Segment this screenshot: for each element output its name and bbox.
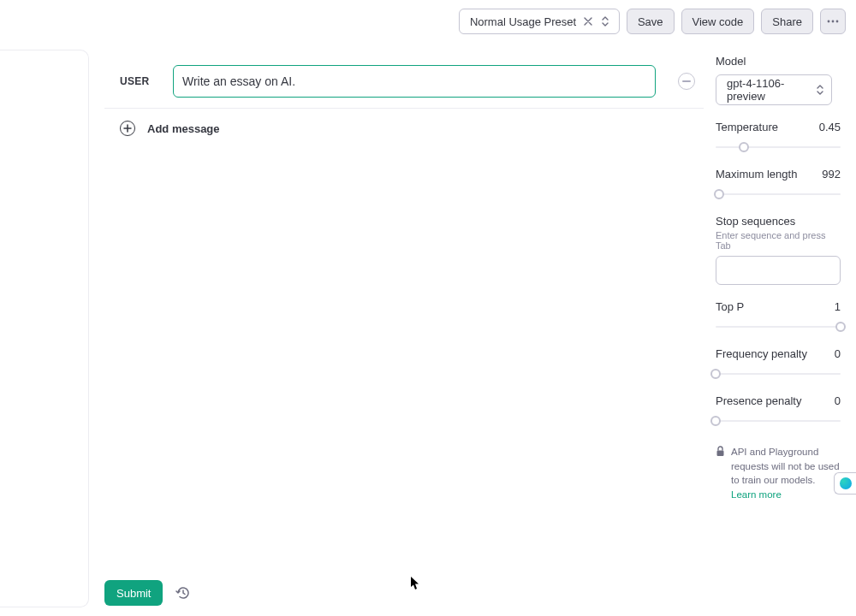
- footer-bar: Submit: [104, 580, 192, 606]
- slider-thumb[interactable]: [710, 416, 721, 426]
- topp-label: Top P: [716, 300, 744, 313]
- system-panel: [0, 50, 89, 607]
- maxlen-value: 992: [822, 168, 841, 181]
- temperature-label: Temperature: [716, 121, 778, 133]
- add-message-label: Add message: [147, 122, 220, 135]
- slider-thumb[interactable]: [835, 322, 846, 332]
- svg-rect-3: [682, 80, 691, 82]
- topp-value: 1: [835, 300, 841, 313]
- remove-message-button[interactable]: [678, 73, 695, 90]
- ellipsis-icon: [827, 20, 839, 23]
- message-row: USER: [104, 53, 704, 109]
- maxlen-slider[interactable]: [716, 189, 841, 199]
- share-button[interactable]: Share: [761, 9, 813, 34]
- temperature-param: Temperature 0.45: [716, 121, 841, 152]
- clear-icon[interactable]: [580, 13, 597, 30]
- learn-more-link[interactable]: Learn more: [731, 489, 782, 500]
- message-input-wrap: [173, 65, 671, 98]
- freq-label: Frequency penalty: [716, 347, 807, 360]
- model-select[interactable]: gpt-4-1106-preview: [716, 74, 832, 105]
- chevron-up-down-icon[interactable]: [597, 13, 614, 30]
- submit-button[interactable]: Submit: [104, 580, 163, 606]
- stop-sequences-input[interactable]: [716, 256, 841, 285]
- add-message-button[interactable]: Add message: [104, 109, 704, 148]
- view-code-button[interactable]: View code: [681, 9, 755, 34]
- freq-param: Frequency penalty 0: [716, 347, 841, 379]
- freq-value: 0: [835, 347, 841, 360]
- slider-thumb[interactable]: [710, 369, 721, 379]
- help-bubble[interactable]: [834, 472, 856, 495]
- chevron-up-down-icon: [816, 84, 824, 96]
- topp-slider[interactable]: [716, 322, 841, 332]
- settings-panel: Model gpt-4-1106-preview Temperature 0.4…: [716, 55, 841, 502]
- freq-slider[interactable]: [716, 369, 841, 379]
- mouse-cursor: [411, 577, 420, 590]
- maxlen-param: Maximum length 992: [716, 168, 841, 199]
- slider-thumb[interactable]: [714, 189, 724, 199]
- pres-value: 0: [835, 394, 841, 407]
- svg-point-2: [836, 21, 839, 23]
- slider-thumb[interactable]: [739, 142, 749, 152]
- message-input[interactable]: [173, 65, 656, 98]
- assistant-icon: [840, 477, 852, 489]
- save-button[interactable]: Save: [627, 9, 675, 34]
- pres-label: Presence penalty: [716, 394, 801, 407]
- preset-name: Normal Usage Preset: [470, 15, 580, 28]
- more-button[interactable]: [820, 9, 846, 34]
- topbar: Normal Usage Preset Save View code Share: [459, 9, 846, 34]
- preset-selector[interactable]: Normal Usage Preset: [459, 9, 620, 34]
- chat-area: USER Add message: [104, 53, 704, 148]
- svg-rect-4: [717, 451, 724, 457]
- model-label: Model: [716, 55, 841, 68]
- notice-text: API and Playground requests will not be …: [731, 445, 842, 502]
- model-value: gpt-4-1106-preview: [727, 77, 807, 103]
- training-notice: API and Playground requests will not be …: [716, 445, 842, 502]
- temperature-slider[interactable]: [716, 142, 841, 152]
- pres-param: Presence penalty 0: [716, 394, 841, 426]
- pres-slider[interactable]: [716, 416, 841, 426]
- lock-icon: [716, 446, 726, 502]
- maxlen-label: Maximum length: [716, 168, 797, 181]
- stop-sequences-param: Stop sequences Enter sequence and press …: [716, 215, 841, 285]
- minus-icon: [682, 80, 691, 82]
- topp-param: Top P 1: [716, 300, 841, 332]
- stop-hint: Enter sequence and press Tab: [716, 230, 841, 251]
- role-label[interactable]: USER: [104, 75, 173, 87]
- stop-label: Stop sequences: [716, 215, 841, 228]
- svg-point-1: [832, 21, 835, 23]
- svg-point-0: [828, 21, 830, 23]
- history-icon[interactable]: [175, 584, 192, 601]
- plus-circle-icon: [120, 121, 135, 136]
- temperature-value: 0.45: [819, 121, 841, 133]
